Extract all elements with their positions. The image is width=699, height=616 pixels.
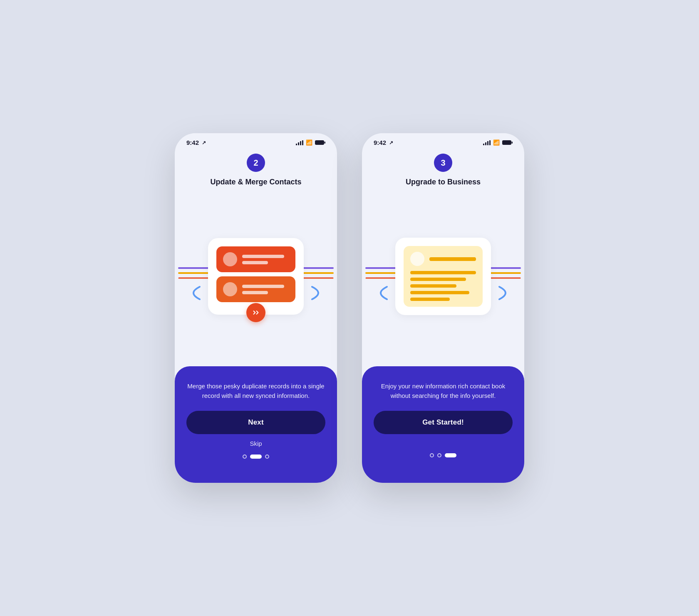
contact-card-2 <box>216 276 295 302</box>
wifi-icon: 📶 <box>306 139 312 146</box>
biz-line-5 <box>410 298 450 301</box>
status-bar-2: 9:42 ↗ 📶 <box>362 133 524 149</box>
biz-line-1 <box>410 271 476 274</box>
card-line-detail-1 <box>242 261 268 264</box>
dot-1 <box>243 455 247 459</box>
battery-icon <box>315 140 325 145</box>
description-1: Merge those pesky duplicate records into… <box>186 381 325 401</box>
biz-card-top <box>410 252 476 266</box>
biz-card <box>404 246 483 307</box>
page-dots-1 <box>186 455 325 459</box>
card-line-name-2 <box>242 285 284 288</box>
signal-icon-2 <box>483 140 491 145</box>
step-indicator-1: 2 <box>247 154 265 172</box>
biz-line-2 <box>410 278 466 281</box>
biz-line-3 <box>410 284 456 288</box>
biz-line-4 <box>410 291 469 294</box>
contact-card-1 <box>216 246 295 272</box>
svg-rect-0 <box>315 140 324 145</box>
bottom-section-1: Merge those pesky duplicate records into… <box>175 366 337 483</box>
dot-3 <box>265 455 269 459</box>
next-button[interactable]: Next <box>186 411 325 434</box>
avatar-1 <box>223 252 237 266</box>
location-icon-2: ↗ <box>389 140 393 146</box>
merge-icon-btn[interactable] <box>246 303 265 322</box>
page-dots-2 <box>374 453 513 457</box>
avatar-2 <box>223 282 237 296</box>
illustration-area-1 <box>175 186 337 366</box>
status-icons-1: 📶 <box>296 139 325 146</box>
phone-1: 9:42 ↗ 📶 2 Update & Merge Contacts <box>175 133 337 483</box>
business-card-container <box>395 238 491 315</box>
svg-rect-9 <box>512 142 513 144</box>
dot-p2-1 <box>430 453 434 457</box>
bottom-section-2: Enjoy your new information rich contact … <box>362 366 524 483</box>
card-lines-1 <box>242 255 289 264</box>
step-indicator-2: 3 <box>434 154 452 172</box>
battery-icon-2 <box>502 140 513 145</box>
status-time-1: 9:42 ↗ <box>186 139 206 146</box>
dot-2-active <box>250 455 262 459</box>
signal-icon <box>296 140 303 145</box>
status-time-2: 9:42 ↗ <box>374 139 393 146</box>
status-bar-1: 9:42 ↗ 📶 <box>175 133 337 149</box>
dot-p2-2 <box>437 453 441 457</box>
biz-avatar <box>410 252 424 266</box>
status-icons-2: 📶 <box>483 139 513 146</box>
location-icon: ↗ <box>202 140 206 146</box>
phone-2: 9:42 ↗ 📶 3 Upgrade to Business <box>362 133 524 483</box>
dot-p2-3-active <box>445 453 456 457</box>
card-line-detail-2 <box>242 291 268 294</box>
illustration-area-2 <box>362 186 524 366</box>
biz-content-lines <box>410 271 476 301</box>
merge-card-container <box>208 238 304 315</box>
get-started-button[interactable]: Get Started! <box>374 411 513 434</box>
biz-title-line <box>429 257 476 261</box>
screen-title-1: Update & Merge Contacts <box>183 178 329 186</box>
merge-arrows-icon <box>252 308 260 317</box>
wifi-icon-2: 📶 <box>493 139 500 146</box>
card-line-name-1 <box>242 255 284 258</box>
skip-link[interactable]: Skip <box>186 440 325 447</box>
card-lines-2 <box>242 285 289 294</box>
description-2: Enjoy your new information rich contact … <box>374 381 513 401</box>
svg-rect-8 <box>502 140 511 145</box>
screen-title-2: Upgrade to Business <box>370 178 516 186</box>
svg-rect-1 <box>325 142 326 144</box>
